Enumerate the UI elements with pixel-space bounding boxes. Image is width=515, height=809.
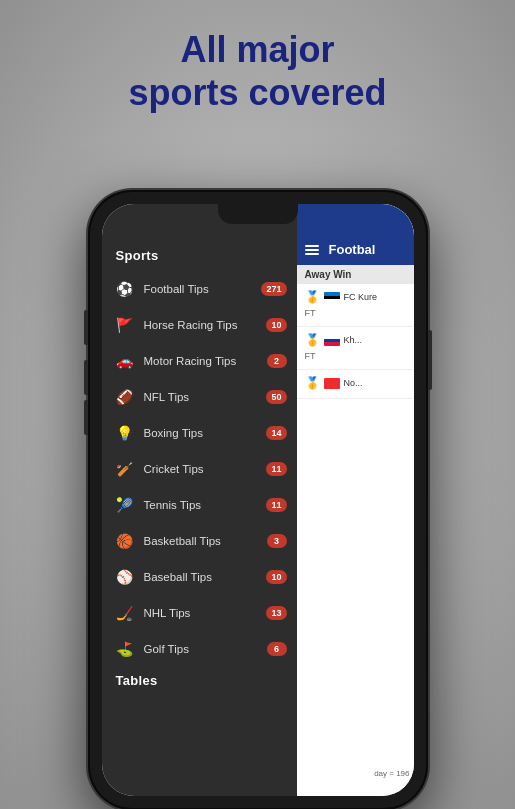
sport-label-tennis: Tennis Tips (144, 499, 267, 511)
sport-item-tennis[interactable]: 🎾 Tennis Tips 11 (102, 487, 297, 523)
hamburger-icon[interactable] (305, 245, 319, 255)
ft-label-2: FT (305, 349, 406, 363)
sport-item-nfl[interactable]: 🏈 NFL Tips 50 (102, 379, 297, 415)
sport-label-cricket: Cricket Tips (144, 463, 267, 475)
team-name-2: Kh... (344, 335, 363, 345)
sport-badge-golf: 6 (267, 642, 287, 656)
sport-icon-boxing: 💡 (114, 422, 136, 444)
match-card-3[interactable]: 🥇 No... (297, 370, 414, 399)
trophy-icon-2: 🥇 (305, 333, 320, 347)
sport-label-nfl: NFL Tips (144, 391, 267, 403)
trophy-icon-3: 🥇 (305, 376, 320, 390)
sport-badge-football: 271 (261, 282, 286, 296)
sport-icon-horse-racing: 🚩 (114, 314, 136, 336)
sport-badge-boxing: 14 (266, 426, 286, 440)
match-section: Away Win 🥇 FC Kure FT 🥇 (297, 265, 414, 796)
sport-icon-nhl: 🏒 (114, 602, 136, 624)
sport-badge-motor-racing: 2 (267, 354, 287, 368)
sport-label-horse-racing: Horse Racing Tips (144, 319, 267, 331)
sport-item-golf[interactable]: ⛳ Golf Tips 6 (102, 631, 297, 667)
sport-label-boxing: Boxing Tips (144, 427, 267, 439)
match-card-2[interactable]: 🥇 Kh... FT (297, 327, 414, 370)
sport-label-baseball: Baseball Tips (144, 571, 267, 583)
sport-badge-horse-racing: 10 (266, 318, 286, 332)
right-header-title: Footbal (329, 242, 376, 257)
right-panel-header: Footbal (297, 204, 414, 265)
sport-label-motor-racing: Motor Racing Tips (144, 355, 267, 367)
sports-sidebar: Sports ⚽ Football Tips 271 🚩 Horse Racin… (102, 204, 297, 796)
sport-item-basketball[interactable]: 🏀 Basketball Tips 3 (102, 523, 297, 559)
sport-item-football[interactable]: ⚽ Football Tips 271 (102, 271, 297, 307)
title-line2: sports covered (128, 72, 386, 113)
sport-item-horse-racing[interactable]: 🚩 Horse Racing Tips 10 (102, 307, 297, 343)
team-name-3: No... (344, 378, 363, 388)
trophy-icon-1: 🥇 (305, 290, 320, 304)
match-card-1[interactable]: 🥇 FC Kure FT (297, 284, 414, 327)
flag-ru (324, 335, 340, 346)
flag-no (324, 378, 340, 389)
sport-icon-basketball: 🏀 (114, 530, 136, 552)
team-name-1: FC Kure (344, 292, 378, 302)
flag-ee (324, 292, 340, 303)
sport-icon-nfl: 🏈 (114, 386, 136, 408)
sport-icon-baseball: ⚾ (114, 566, 136, 588)
sport-badge-tennis: 11 (266, 498, 286, 512)
sport-label-basketball: Basketball Tips (144, 535, 267, 547)
sport-icon-golf: ⛳ (114, 638, 136, 660)
sport-item-motor-racing[interactable]: 🚗 Motor Racing Tips 2 (102, 343, 297, 379)
phone-notch (218, 204, 298, 224)
sport-item-cricket[interactable]: 🏏 Cricket Tips 11 (102, 451, 297, 487)
footer-text: day = 196 (374, 769, 409, 778)
sport-item-nhl[interactable]: 🏒 NHL Tips 13 (102, 595, 297, 631)
sport-badge-baseball: 10 (266, 570, 286, 584)
phone-shell: Sports ⚽ Football Tips 271 🚩 Horse Racin… (88, 190, 428, 809)
sport-label-nhl: NHL Tips (144, 607, 267, 619)
sport-label-football: Football Tips (144, 283, 262, 295)
ft-label-1: FT (305, 306, 406, 320)
sport-icon-motor-racing: 🚗 (114, 350, 136, 372)
away-win-label: Away Win (297, 265, 414, 284)
sport-badge-basketball: 3 (267, 534, 287, 548)
phone-mockup: Sports ⚽ Football Tips 271 🚩 Horse Racin… (88, 190, 428, 809)
sport-item-boxing[interactable]: 💡 Boxing Tips 14 (102, 415, 297, 451)
sidebar-section-label: Sports (102, 242, 297, 271)
title-line1: All major (180, 29, 334, 70)
tables-section-label: Tables (102, 667, 297, 696)
sport-icon-football: ⚽ (114, 278, 136, 300)
right-panel: Footbal Away Win 🥇 FC Kure FT (297, 204, 414, 796)
phone-screen: Sports ⚽ Football Tips 271 🚩 Horse Racin… (102, 204, 414, 796)
sport-icon-cricket: 🏏 (114, 458, 136, 480)
sport-badge-nfl: 50 (266, 390, 286, 404)
sport-badge-nhl: 13 (266, 606, 286, 620)
sport-icon-tennis: 🎾 (114, 494, 136, 516)
sport-badge-cricket: 11 (266, 462, 286, 476)
sport-label-golf: Golf Tips (144, 643, 267, 655)
page-title: All major sports covered (0, 0, 515, 134)
sport-item-baseball[interactable]: ⚾ Baseball Tips 10 (102, 559, 297, 595)
